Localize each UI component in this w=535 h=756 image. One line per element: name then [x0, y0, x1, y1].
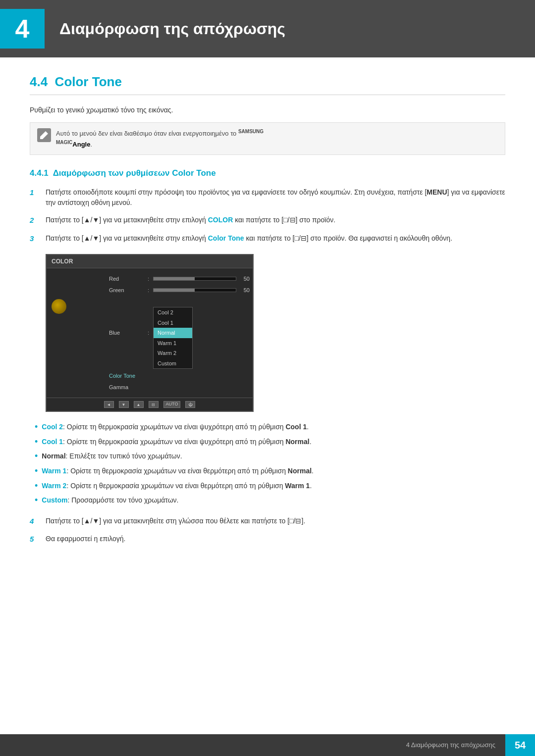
steps-list-2: 4 Πατήστε το [▲/▼] για να μετακινηθείτε …: [30, 516, 505, 545]
main-content: 4.4 Color Tone Ρυθμίζει το γενικό χρωματ…: [0, 72, 535, 585]
note-icon: [37, 128, 51, 142]
menu-row-red: Red : 50: [109, 273, 250, 285]
menu-btn-4: ⊟: [149, 401, 159, 408]
chapter-title: Διαμόρφωση της απόχρωσης: [59, 17, 285, 41]
color-menu-left: [47, 271, 106, 395]
intro-text: Ρυθμίζει το γενικό χρωματικό τόνο της ει…: [30, 105, 505, 115]
step-5: 5 Θα εφαρμοστεί η επιλογή.: [30, 534, 505, 545]
menu-btn-3: ▲: [134, 401, 144, 408]
section-heading: 4.4 Color Tone: [30, 72, 505, 95]
note-text: Αυτό το μενού δεν είναι διαθέσιμο όταν ε…: [56, 128, 264, 150]
subsection-heading: 4.4.1 Διαμόρφωση των ρυθμίσεων Color Ton…: [30, 167, 505, 180]
menu-btn-power: ⏻: [185, 401, 195, 408]
menu-row-green: Green : 50: [109, 285, 250, 296]
menu-row-gamma: Gamma: [109, 382, 250, 393]
color-menu-container: COLOR Red : 50: [46, 254, 505, 412]
menu-btn-auto: AUTO: [163, 401, 181, 408]
step-4: 4 Πατήστε το [▲/▼] για να μετακινηθείτε …: [30, 516, 505, 527]
step-2: 2 Πατήστε το [▲/▼] για να μετακινηθείτε …: [30, 215, 505, 226]
chapter-number-box: 4: [0, 9, 45, 49]
color-options-dropdown: Cool 2 Cool 1 Normal Warm 1 Warm 2 Custo…: [153, 307, 193, 369]
bullet-warm2: • Warm 2: Ορίστε η θερμοκρασία χρωμάτων …: [35, 481, 505, 492]
color-menu: COLOR Red : 50: [46, 254, 254, 412]
menu-btn-2: ▼: [119, 401, 129, 408]
bullet-warm1: • Warm 1: Ορίστε τη θερμοκρασία χρωμάτων…: [35, 466, 505, 477]
bullet-normal: • Normal: Επιλέξτε τον τυπικό τόνο χρωμά…: [35, 451, 505, 462]
bullet-custom: • Custom: Προσαρμόστε τον τόνο χρωμάτων.: [35, 495, 505, 506]
step-3: 3 Πατήστε το [▲/▼] για να μετακινηθείτε …: [30, 233, 505, 245]
menu-btn-1: ◄: [104, 401, 114, 408]
steps-list: 1 Πατήστε οποιοδήποτε κουμπί στην πρόσοψ…: [30, 187, 505, 244]
color-wheel-icon: [52, 299, 66, 314]
page-header: 4 Διαμόρφωση της απόχρωσης: [0, 0, 535, 57]
footer-text: 4 Διαμόρφωση της απόχρωσης: [0, 740, 505, 750]
color-menu-items: Red : 50 Green : 50: [106, 271, 253, 395]
page-footer: 4 Διαμόρφωση της απόχρωσης 54: [0, 734, 535, 756]
color-menu-bottom: ◄ ▼ ▲ ⊟ AUTO ⏻: [47, 398, 253, 411]
menu-row-colortone: Color Tone: [109, 370, 250, 382]
bullet-cool1: • Cool 1: Ορίστε τη θερμοκρασία χρωμάτων…: [35, 437, 505, 448]
bullet-list: • Cool 2: Ορίστε τη θερμοκρασία χρωμάτων…: [35, 422, 505, 506]
chapter-number: 4: [15, 9, 30, 48]
step-1: 1 Πατήστε οποιοδήποτε κουμπί στην πρόσοψ…: [30, 187, 505, 208]
pencil-icon: [39, 130, 49, 140]
color-menu-body: Red : 50 Green : 50: [47, 268, 253, 398]
menu-row-blue: Blue : Cool 2 Cool 1 Normal Warm 1 Warm …: [109, 296, 250, 370]
note-box: Αυτό το μενού δεν είναι διαθέσιμο όταν ε…: [30, 122, 505, 155]
color-menu-header: COLOR: [47, 255, 253, 268]
footer-page-number: 54: [505, 734, 535, 756]
bullet-cool2: • Cool 2: Ορίστε τη θερμοκρασία χρωμάτων…: [35, 422, 505, 433]
